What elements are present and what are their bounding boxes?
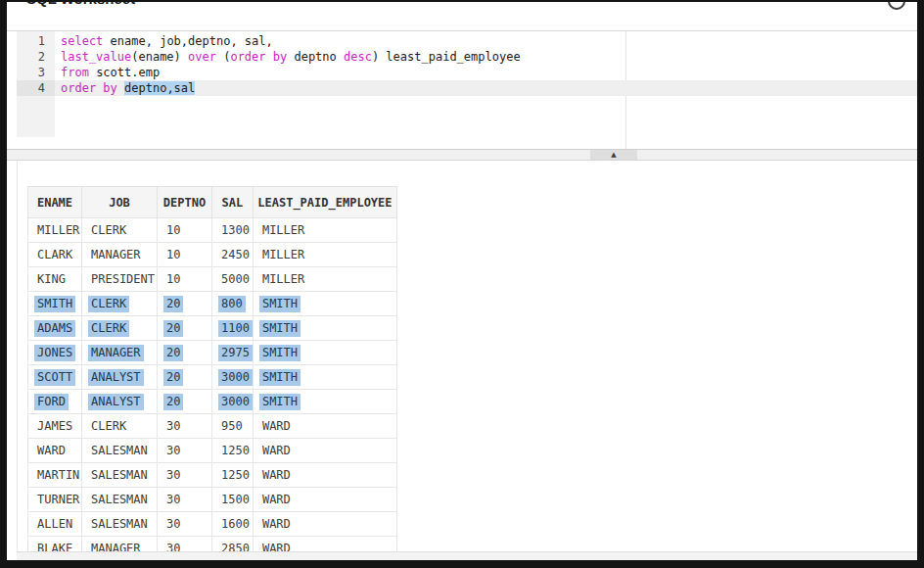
table-cell[interactable]: SALESMAN — [82, 512, 158, 537]
code-line[interactable]: select ename, job,deptno, sal, — [55, 33, 917, 49]
table-row[interactable]: FORDANALYST203000SMITH — [28, 390, 397, 414]
table-cell[interactable]: 1250 — [212, 463, 254, 488]
table-cell[interactable]: ANALYST — [82, 390, 158, 414]
table-cell[interactable]: 3000 — [212, 390, 254, 414]
table-cell[interactable]: 30 — [158, 414, 212, 439]
table-cell[interactable]: SMITH — [253, 316, 396, 341]
table-cell[interactable]: MILLER — [253, 243, 396, 267]
table-cell[interactable]: ANALYST — [82, 365, 158, 390]
table-cell[interactable]: 1500 — [212, 488, 254, 512]
table-cell[interactable]: SMITH — [253, 390, 396, 414]
table-cell[interactable]: SALESMAN — [82, 463, 158, 488]
table-row[interactable]: KINGPRESIDENT105000MILLER — [28, 267, 397, 292]
table-cell[interactable]: 30 — [158, 537, 212, 552]
code-lines[interactable]: select ename, job,deptno, sal,last_value… — [55, 33, 917, 96]
column-header-deptno[interactable]: DEPTNO — [158, 187, 212, 218]
sql-editor[interactable]: 1234 select ename, job,deptno, sal,last_… — [7, 31, 917, 149]
table-row[interactable]: CLARKMANAGER102450MILLER — [28, 243, 397, 267]
splitter-collapse-handle[interactable]: ▲ — [590, 150, 637, 160]
code-line[interactable]: last_value(ename) over (order by deptno … — [55, 49, 917, 65]
line-number[interactable]: 3 — [17, 65, 55, 80]
table-cell[interactable]: MANAGER — [82, 341, 158, 365]
table-cell[interactable]: MILLER — [28, 218, 82, 243]
column-header-ename[interactable]: ENAME — [28, 187, 82, 218]
panel-splitter[interactable]: ▲ — [7, 149, 917, 161]
table-cell[interactable]: 20 — [158, 316, 212, 341]
table-cell[interactable]: MILLER — [253, 267, 396, 292]
table-cell[interactable]: CLERK — [82, 414, 158, 439]
table-cell[interactable]: WARD — [253, 463, 396, 488]
table-row[interactable]: TURNERSALESMAN301500WARD — [28, 488, 397, 512]
table-cell[interactable]: 2450 — [212, 243, 254, 267]
table-cell[interactable]: SALESMAN — [82, 488, 158, 512]
table-cell[interactable]: 20 — [158, 341, 212, 365]
table-cell[interactable]: JONES — [28, 341, 82, 365]
table-cell[interactable]: MANAGER — [82, 243, 158, 267]
table-cell[interactable]: 20 — [158, 292, 212, 316]
table-cell[interactable]: 20 — [158, 390, 212, 414]
table-cell[interactable]: SMITH — [28, 292, 82, 316]
table-cell[interactable]: 950 — [212, 414, 254, 439]
table-cell[interactable]: WARD — [253, 439, 396, 463]
table-row[interactable]: WARDSALESMAN301250WARD — [28, 439, 397, 463]
table-cell[interactable]: 800 — [212, 292, 254, 316]
table-cell[interactable]: 1250 — [212, 439, 254, 463]
table-row[interactable]: JONESMANAGER202975SMITH — [28, 341, 397, 365]
table-cell[interactable]: CLERK — [82, 292, 158, 316]
table-cell[interactable]: SMITH — [253, 365, 396, 390]
table-cell[interactable]: PRESIDENT — [82, 267, 158, 292]
table-cell[interactable]: CLERK — [82, 218, 158, 243]
table-cell[interactable]: 30 — [158, 512, 212, 537]
table-row[interactable]: SCOTTANALYST203000SMITH — [28, 365, 397, 390]
table-cell[interactable]: 10 — [158, 243, 212, 267]
table-cell[interactable]: TURNER — [28, 488, 82, 512]
code-line[interactable]: from scott.emp — [55, 65, 917, 80]
table-cell[interactable]: WARD — [253, 414, 396, 439]
table-cell[interactable]: BLAKE — [28, 537, 82, 552]
column-header-sal[interactable]: SAL — [212, 187, 254, 218]
table-row[interactable]: JAMESCLERK30950WARD — [28, 414, 397, 439]
table-cell[interactable]: 30 — [158, 488, 212, 512]
line-number[interactable]: 4 — [17, 80, 55, 96]
table-cell[interactable]: 10 — [158, 267, 212, 292]
table-cell[interactable]: 10 — [158, 218, 212, 243]
table-cell[interactable]: CLARK — [28, 243, 82, 267]
table-cell[interactable]: 1600 — [212, 512, 254, 537]
line-number[interactable]: 1 — [17, 33, 55, 49]
horizontal-scrollbar[interactable] — [17, 551, 917, 560]
table-cell[interactable]: WARD — [253, 512, 396, 537]
table-row[interactable]: BLAKEMANAGER302850WARD — [28, 537, 397, 552]
table-cell[interactable]: 30 — [158, 463, 212, 488]
results-viewport[interactable]: ENAMEJOBDEPTNOSALLEAST_PAID_EMPLOYEE MIL… — [7, 161, 917, 551]
table-cell[interactable]: 2975 — [212, 341, 254, 365]
circle-icon[interactable] — [888, 2, 905, 10]
table-cell[interactable]: 2850 — [212, 537, 254, 552]
table-cell[interactable]: SMITH — [253, 341, 396, 365]
table-cell[interactable]: MARTIN — [28, 463, 82, 488]
table-cell[interactable]: SALESMAN — [82, 439, 158, 463]
table-cell[interactable]: KING — [28, 267, 82, 292]
table-row[interactable]: ADAMSCLERK201100SMITH — [28, 316, 397, 341]
table-cell[interactable]: 1300 — [212, 218, 254, 243]
table-cell[interactable]: 30 — [158, 439, 212, 463]
table-cell[interactable]: WARD — [253, 537, 396, 552]
table-row[interactable]: ALLENSALESMAN301600WARD — [28, 512, 397, 537]
table-cell[interactable]: FORD — [28, 390, 82, 414]
table-cell[interactable]: ADAMS — [28, 316, 82, 341]
table-cell[interactable]: SMITH — [253, 292, 396, 316]
table-cell[interactable]: 20 — [158, 365, 212, 390]
table-cell[interactable]: ALLEN — [28, 512, 82, 537]
column-header-job[interactable]: JOB — [82, 187, 158, 218]
table-cell[interactable]: WARD — [253, 488, 396, 512]
table-cell[interactable]: SCOTT — [28, 365, 82, 390]
table-row[interactable]: MARTINSALESMAN301250WARD — [28, 463, 397, 488]
table-cell[interactable]: 5000 — [212, 267, 254, 292]
table-cell[interactable]: CLERK — [82, 316, 158, 341]
table-cell[interactable]: WARD — [28, 439, 82, 463]
table-row[interactable]: SMITHCLERK20800SMITH — [28, 292, 397, 316]
table-cell[interactable]: JAMES — [28, 414, 82, 439]
table-cell[interactable]: MANAGER — [82, 537, 158, 552]
table-cell[interactable]: 3000 — [212, 365, 254, 390]
table-row[interactable]: MILLERCLERK101300MILLER — [28, 218, 397, 243]
table-cell[interactable]: MILLER — [253, 218, 396, 243]
